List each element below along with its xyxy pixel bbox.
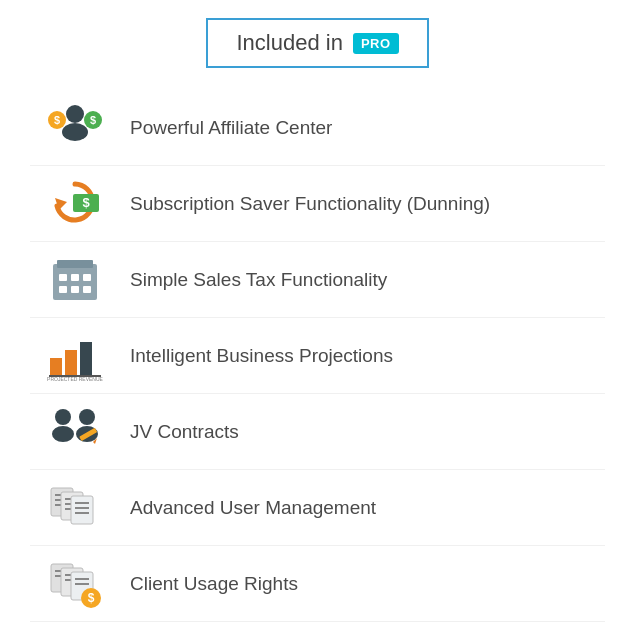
- svg-point-23: [55, 409, 71, 425]
- feature-item-affiliate: $ $ Powerful Affiliate Center: [30, 90, 605, 166]
- svg-point-25: [79, 409, 95, 425]
- svg-rect-19: [65, 350, 77, 376]
- svg-point-24: [52, 426, 74, 442]
- pro-badge: PRO: [353, 33, 399, 54]
- feature-item-usermgmt: Advanced User Management: [30, 470, 605, 546]
- contracts-icon: [30, 404, 120, 459]
- feature-item-clientrights: $ Client Usage Rights: [30, 546, 605, 622]
- header-section: Included in PRO: [0, 0, 635, 90]
- svg-text:$: $: [82, 195, 90, 210]
- subscription-icon: $: [30, 176, 120, 231]
- feature-item-contracts: JV Contracts: [30, 394, 605, 470]
- svg-rect-16: [71, 286, 79, 293]
- svg-point-1: [62, 123, 88, 141]
- svg-rect-10: [53, 264, 97, 300]
- svg-rect-15: [59, 286, 67, 293]
- feature-label-subscription: Subscription Saver Functionality (Dunnin…: [130, 193, 490, 215]
- feature-label-contracts: JV Contracts: [130, 421, 239, 443]
- feature-item-projections: PROJECTED REVENUE Intelligent Business P…: [30, 318, 605, 394]
- svg-rect-17: [83, 286, 91, 293]
- feature-item-tax: Simple Sales Tax Functionality: [30, 242, 605, 318]
- svg-rect-14: [83, 274, 91, 281]
- svg-rect-13: [71, 274, 79, 281]
- features-list: $ $ Powerful Affiliate Center $ Subscrip…: [0, 90, 635, 623]
- svg-text:$: $: [90, 114, 96, 126]
- feature-label-usermgmt: Advanced User Management: [130, 497, 376, 519]
- svg-rect-37: [71, 496, 93, 524]
- usermgmt-icon: [30, 480, 120, 535]
- svg-text:$: $: [54, 114, 60, 126]
- svg-text:PROJECTED REVENUE: PROJECTED REVENUE: [47, 376, 104, 382]
- svg-text:$: $: [88, 591, 95, 605]
- svg-rect-20: [80, 342, 92, 376]
- feature-label-tax: Simple Sales Tax Functionality: [130, 269, 387, 291]
- feature-item-subscription: $ Subscription Saver Functionality (Dunn…: [30, 166, 605, 242]
- svg-rect-11: [57, 260, 93, 268]
- header-text: Included in: [236, 30, 342, 56]
- tax-icon: [30, 252, 120, 307]
- svg-rect-18: [50, 358, 62, 376]
- projections-icon: PROJECTED REVENUE: [30, 328, 120, 383]
- feature-label-affiliate: Powerful Affiliate Center: [130, 117, 332, 139]
- affiliate-icon: $ $: [30, 100, 120, 155]
- header-box: Included in PRO: [206, 18, 428, 68]
- svg-point-0: [66, 105, 84, 123]
- svg-rect-12: [59, 274, 67, 281]
- feature-label-clientrights: Client Usage Rights: [130, 573, 298, 595]
- clientrights-icon: $: [30, 556, 120, 611]
- feature-label-projections: Intelligent Business Projections: [130, 345, 393, 367]
